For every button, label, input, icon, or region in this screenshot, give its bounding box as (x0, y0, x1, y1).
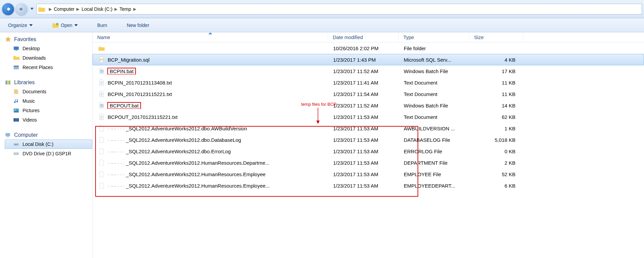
file-row[interactable]: BCPIN_20170123115221.txt1/23/2017 11:54 … (93, 88, 644, 100)
svg-rect-5 (9, 80, 10, 85)
file-name: BCPOUT_20170123115221.txt (108, 114, 178, 120)
libraries-header[interactable]: Libraries (5, 78, 92, 87)
file-name: BCP_Migration.sql (108, 57, 149, 63)
file-row[interactable]: BCPOUT.bat1/23/2017 11:52 AMWindows Batc… (93, 100, 644, 111)
open-label: Open (61, 23, 72, 28)
file-name: · ···· · · · _SQL2012.AdventureWorks2012… (108, 126, 247, 131)
file-size: 5,018 KB (470, 137, 524, 143)
svg-rect-1 (14, 46, 19, 50)
svg-point-7 (15, 109, 16, 110)
libraries-label: Libraries (14, 79, 35, 86)
pictures-icon (13, 107, 20, 114)
file-type: EMPLOYEE File (399, 171, 470, 177)
file-row[interactable]: BCPIN.bat1/23/2017 11:52 AMWindows Batch… (93, 65, 644, 77)
file-row[interactable]: · ···· · · · _SQL2012.AdventureWorks2012… (93, 146, 644, 157)
file-type: File folder (399, 45, 470, 51)
crumb-computer[interactable]: Computer (54, 6, 74, 12)
organize-button[interactable]: Organize (6, 21, 35, 29)
computer-label: Computer (14, 132, 38, 138)
file-size: 14 KB (470, 103, 524, 108)
chevron-right-icon: ▶ (114, 7, 117, 11)
burn-button[interactable]: Burn (95, 21, 109, 29)
nav-dvd-drive[interactable]: DVD Drive (D:) GSP1R (5, 149, 92, 158)
file-type: Windows Batch File (399, 68, 470, 74)
col-type[interactable]: Type (399, 32, 469, 42)
column-headers: Name Date modified Type Size (93, 32, 644, 42)
file-name: BCPOUT.bat (108, 102, 141, 109)
crumb-folder[interactable]: Temp (119, 6, 131, 12)
burn-label: Burn (97, 23, 107, 28)
nav-item-label: Documents (23, 89, 46, 94)
file-type: Windows Batch File (399, 103, 470, 108)
col-size-label: Size (474, 35, 484, 40)
nav-recent-places[interactable]: Recent Places (5, 63, 92, 72)
file-date: 1/23/2017 11:53 AM (328, 149, 399, 154)
file-date: 1/23/2017 11:41 AM (328, 80, 399, 86)
file-row[interactable]: · ···· · · · _SQL2012.AdventureWorks2012… (93, 168, 644, 180)
computer-header[interactable]: Computer (5, 131, 92, 139)
music-icon (13, 98, 20, 104)
col-name[interactable]: Name (93, 32, 328, 42)
file-name: · ···· · · · _SQL2012.AdventureWorks2012… (108, 183, 270, 189)
svg-rect-13 (14, 143, 19, 146)
file-row[interactable]: BCPOUT_20170123115221.txt1/23/2017 11:53… (93, 111, 644, 123)
file-row[interactable]: 10/26/2016 2:02 PMFile folder (93, 42, 644, 54)
favorites-header[interactable]: Favorites (5, 35, 92, 44)
svg-rect-4 (7, 80, 9, 85)
address-bar: ▶ Computer ▶ Local Disk (C:) ▶ Temp ▶ (0, 0, 644, 18)
chevron-right-icon: ▶ (133, 7, 136, 11)
file-size: 6 KB (470, 183, 524, 189)
recent-locations-dropdown[interactable] (30, 8, 34, 10)
blank-file-icon (98, 182, 105, 189)
open-button[interactable]: Open (50, 21, 80, 30)
sql-file-icon (98, 56, 105, 63)
nav-desktop[interactable]: Desktop (5, 44, 92, 53)
libraries-icon (5, 79, 11, 86)
nav-downloads[interactable]: Downloads (5, 53, 92, 63)
col-date[interactable]: Date modified (328, 32, 399, 42)
organize-label: Organize (8, 23, 27, 28)
file-date: 1/23/2017 11:53 AM (328, 126, 399, 131)
file-row[interactable]: · ···· · · · _SQL2012.AdventureWorks2012… (93, 123, 644, 134)
blank-file-icon (98, 148, 105, 155)
file-type: ERRORLOG File (399, 149, 470, 154)
file-row[interactable]: · ···· · · · _SQL2012.AdventureWorks2012… (93, 180, 644, 191)
file-name: · ···· · · · _SQL2012.AdventureWorks2012… (108, 160, 270, 166)
file-row[interactable]: · ···· · · · _SQL2012.AdventureWorks2012… (93, 157, 644, 168)
new-folder-button[interactable]: New folder (125, 21, 151, 29)
file-date: 1/23/2017 11:53 AM (328, 137, 399, 143)
nav-music[interactable]: Music (5, 96, 92, 106)
crumb-drive[interactable]: Local Disk (C:) (81, 6, 112, 12)
file-list-pane: Name Date modified Type Size 10/26/2016 … (93, 32, 644, 258)
recent-icon (13, 64, 20, 70)
col-type-label: Type (403, 35, 414, 40)
svg-rect-11 (6, 133, 10, 136)
file-date: 1/23/2017 11:53 AM (328, 114, 399, 120)
blank-file-icon (98, 159, 105, 166)
file-date: 1/23/2017 11:52 AM (328, 68, 399, 74)
file-row[interactable]: BCPIN_20170123113408.txt1/23/2017 11:41 … (93, 77, 644, 88)
nav-local-disk-c[interactable]: Local Disk (C:) (5, 139, 92, 149)
file-size: 11 KB (470, 91, 524, 97)
forward-button[interactable] (15, 3, 28, 15)
desktop-icon (13, 45, 20, 52)
file-row[interactable]: BCP_Migration.sql1/23/2017 1:43 PMMicros… (93, 54, 644, 65)
nav-item-label: Downloads (23, 55, 46, 61)
file-row[interactable]: · ···· · · · _SQL2012.AdventureWorks2012… (93, 134, 644, 146)
col-size[interactable]: Size (469, 32, 523, 42)
nav-item-label: Recent Places (23, 65, 53, 70)
nav-documents[interactable]: Documents (5, 87, 92, 96)
back-button[interactable] (2, 3, 14, 15)
sort-asc-icon (208, 32, 212, 34)
nav-item-label: Pictures (23, 108, 40, 113)
nav-item-label: Desktop (23, 46, 40, 51)
breadcrumb-bar[interactable]: ▶ Computer ▶ Local Disk (C:) ▶ Temp ▶ (36, 4, 642, 14)
folder-icon (38, 6, 45, 12)
file-name: · ···· · · · _SQL2012.AdventureWorks2012… (108, 149, 231, 154)
nav-pictures[interactable]: Pictures (5, 106, 92, 115)
nav-videos[interactable]: Videos (5, 115, 92, 125)
file-date: 1/23/2017 11:52 AM (328, 103, 399, 108)
text-file-icon (98, 79, 105, 86)
file-type: Text Document (399, 80, 470, 86)
svg-rect-10 (18, 118, 19, 122)
